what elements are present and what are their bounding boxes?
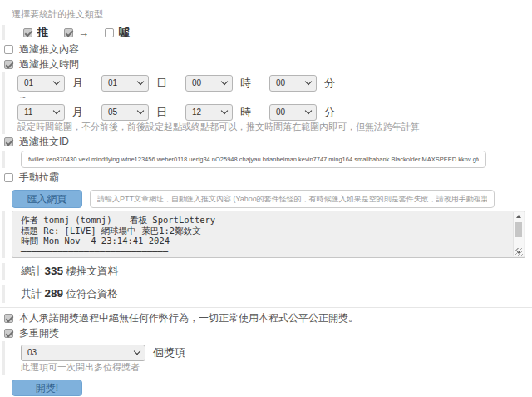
filter-content-label: 過濾推文內容 [19,42,79,57]
day-unit-label: 日 [156,105,167,120]
range-tilde: ~ [20,92,532,102]
top-divider [0,2,532,2]
push-type-option-boo: 噓 [105,25,130,40]
push-type-section-label: 選擇要統計的推文類型 [12,8,532,21]
multi-draw-checkbox[interactable] [4,329,13,338]
filter-content-checkbox[interactable] [4,45,13,54]
qualified-count-value: 289 [44,287,63,300]
pledge-label: 本人承諾開獎過程中絕無任何作弊行為，一切正常使用本程式公平公正開獎。 [19,311,358,325]
chevron-down-icon [134,348,140,355]
import-url-button[interactable]: 匯入網頁 [12,190,82,208]
push-type-option-arrow: → [64,27,89,39]
prize-count-select[interactable]: 03 [21,345,145,361]
hour-unit-label: 時 [240,105,251,120]
end-month-select[interactable]: 11 [17,104,65,121]
hour-unit-label: 時 [240,76,251,91]
section-divider [0,307,532,308]
chevron-down-icon [305,78,312,85]
manual-mode-checkbox[interactable] [4,173,13,182]
manual-mode-row: 手動拉霸 [0,171,532,185]
time-start-row: 01 月 01 日 00 時 00 分 [17,74,532,92]
day-unit-label: 日 [156,76,167,91]
end-day-select[interactable]: 05 [101,104,149,121]
article-clipped-line: ※ 發信站: 批踢踢實業坊(ptt.cc) [21,256,508,258]
month-unit-label: 月 [72,76,83,91]
minute-unit-label: 分 [324,105,335,120]
start-month-select[interactable]: 01 [17,75,65,92]
end-hour-select[interactable]: 12 [185,104,233,121]
arrow-up-icon [516,215,521,218]
manual-mode-label: 手動拉霸 [19,171,59,185]
chevron-down-icon [221,107,228,114]
article-time-line: 時間 Mon Nov 4 23:14:41 2024 [21,236,508,246]
article-author-line: 作者 tomnj (tomnj) 看板 SportLottery [21,215,508,226]
start-day-select[interactable]: 01 [101,75,149,92]
prize-unit-label: 個獎項 [153,345,185,360]
time-range-group: 01 月 01 日 00 時 00 分 ~ 11 月 05 日 12 時 0 [2,72,532,134]
time-range-note: 設定時間範圍，不分前後，前後設定起點或終點都可以，推文時間落在範圍內即可，但無法… [17,122,532,132]
push-checkbox[interactable] [23,28,32,37]
qualified-count-line: 共計 289 位符合資格 [2,285,532,303]
id-filter-input[interactable] [21,151,486,168]
total-pushes-value: 335 [44,265,63,277]
chevron-down-icon [221,78,228,85]
pledge-row: 本人承諾開獎過程中絕無任何作弊行為，一切正常使用本程式公平公正開獎。 [0,311,532,325]
month-unit-label: 月 [72,105,83,120]
chevron-down-icon [137,78,144,85]
filter-id-row: 過濾推文ID [0,135,532,149]
chevron-down-icon [53,78,60,85]
draw-button[interactable]: 開獎! [12,380,82,396]
chevron-down-icon [53,107,60,114]
end-minute-select[interactable]: 00 [269,104,317,121]
multi-draw-label: 多重開獎 [19,326,59,340]
filter-time-label: 過濾推文時間 [19,57,79,72]
push-type-option-push: 推 [23,25,48,40]
ptt-url-input[interactable] [90,190,495,208]
import-row: 匯入網頁 [12,190,532,208]
article-separator-line: ──────────────────────────── [21,246,508,257]
filter-time-row: 過濾推文時間 [0,57,532,72]
article-group: 作者 tomnj (tomnj) 看板 SportLottery 標題 Re: … [2,211,532,258]
article-textarea[interactable]: 作者 tomnj (tomnj) 看板 SportLottery 標題 Re: … [12,211,525,258]
article-title-line: 標題 Re: [LIVE] 網球場中 萊巴1:2鄭欽文 [21,226,508,236]
filter-content-row: 過濾推文內容 [0,42,532,57]
time-end-row: 11 月 05 日 12 時 00 分 [17,103,532,121]
minute-unit-label: 分 [324,76,335,91]
multi-draw-note: 此選項可一次開出多位得獎者 [21,362,532,373]
multi-draw-row: 多重開獎 [0,326,532,340]
pledge-checkbox[interactable] [4,314,13,323]
chevron-down-icon [137,107,144,114]
scroll-up-button[interactable] [514,212,524,221]
scrollbar-thumb[interactable] [515,222,522,237]
filter-id-label: 過濾推文ID [19,135,69,149]
total-pushes-line: 總計 335 樓推文資料 [2,263,532,280]
prize-count-group: 03 個獎項 此選項可一次開出多位得獎者 [2,341,532,375]
filter-time-checkbox[interactable] [4,60,13,69]
resize-grip-icon[interactable] [515,248,523,256]
filter-id-checkbox[interactable] [4,137,13,146]
start-minute-select[interactable]: 00 [269,75,317,92]
boo-checkbox[interactable] [105,28,114,37]
arrow-label: → [78,27,89,39]
boo-label: 噓 [119,25,130,40]
arrow-checkbox[interactable] [64,28,73,37]
push-label: 推 [37,25,48,40]
chevron-down-icon [305,107,312,114]
id-filter-group [2,151,532,168]
push-type-group: 推 → 噓 [2,25,532,40]
start-hour-select[interactable]: 00 [185,75,233,92]
